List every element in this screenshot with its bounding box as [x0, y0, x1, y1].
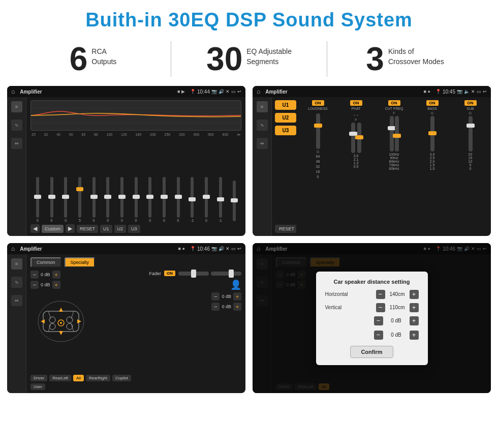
cross-sidebar-icon-3[interactable]: ⇔ [257, 138, 268, 149]
cross-cutfreq-on[interactable]: ON [388, 100, 400, 106]
dialog-db-plus-2[interactable]: + [410, 331, 419, 340]
eq-u1-button[interactable]: U1 [100, 225, 112, 233]
eq-slider-9: 0 [144, 177, 156, 222]
cross-sub-label: SUB [466, 107, 474, 110]
cross-loudness-label: LOUDNESS [308, 107, 328, 110]
cross-cutfreq-slider2[interactable] [395, 116, 399, 152]
dialog-box: Car speaker distance setting Horizontal … [316, 272, 428, 365]
dialog-db-minus-1[interactable]: − [374, 316, 383, 325]
fader-plus-1[interactable]: + [52, 271, 60, 279]
svg-point-9 [49, 317, 55, 323]
cross-bass: ON BASS G 3.02.52.01.51.0 [415, 100, 450, 233]
cross-bass-on[interactable]: ON [426, 100, 439, 106]
cross-sub-on[interactable]: ON [464, 100, 477, 106]
svg-point-3 [38, 301, 84, 342]
cross-u3-button[interactable]: U3 [275, 126, 296, 135]
eq-custom-button[interactable]: Custom [42, 225, 64, 233]
fader-plus-4[interactable]: + [233, 303, 241, 311]
fader-user-button[interactable]: User [30, 383, 45, 390]
cross-u1-button[interactable]: U1 [275, 100, 296, 110]
cross-reset-button[interactable]: RESET [275, 225, 296, 233]
fader-minus-2[interactable]: − [30, 281, 39, 289]
dialog-db-row-2: − 0 dB + [374, 331, 419, 340]
eq-next-button[interactable]: ▶ [66, 224, 75, 233]
fader-minus-3[interactable]: − [211, 292, 220, 301]
cross-cutfreq: ON CUT FREQ F [377, 100, 412, 233]
dialog-confirm-button[interactable]: Confirm [350, 346, 393, 358]
fader-car-diagram [30, 291, 91, 352]
eq-slider-1: 0 [32, 177, 44, 222]
cross-phat-on[interactable]: ON [350, 100, 362, 106]
cross-cutfreq-label: CUT FREQ [385, 107, 403, 110]
back-icon-2[interactable]: ↩ [483, 89, 487, 94]
eq-sidebar-icon-1[interactable]: ≡ [11, 101, 22, 112]
fader-sidebar-icon-1[interactable]: ≡ [11, 258, 22, 270]
fader-tab-specialty[interactable]: Specialty [65, 257, 96, 267]
back-icon-3[interactable]: ↩ [237, 246, 241, 251]
fader-minus-1[interactable]: − [30, 271, 39, 279]
fader-rearleft-button[interactable]: RearLeft [49, 375, 71, 381]
svg-marker-13 [59, 308, 63, 312]
cross-sidebar-icon-1[interactable]: ≡ [257, 101, 268, 112]
dialog-db-minus-2[interactable]: − [374, 331, 383, 340]
status-bar-fader: ⌂ Amplifier ■ ● 📍 10:46 📷 🔊 ✕ ▭ ↩ [7, 243, 245, 254]
dialog-horizontal-minus[interactable]: − [376, 290, 385, 299]
dialog-db-plus-1[interactable]: + [410, 316, 419, 325]
screen-fader: ⌂ Amplifier ■ ● 📍 10:46 📷 🔊 ✕ ▭ ↩ ≡ ∿ ⇔ … [7, 243, 245, 393]
eq-sidebar-icon-3[interactable]: ⇔ [11, 138, 22, 149]
fader-rearright-button[interactable]: RearRight [86, 375, 110, 381]
dialog-horizontal-plus[interactable]: + [410, 290, 419, 299]
eq-sidebar-icon-2[interactable]: ∿ [11, 120, 22, 131]
eq-u2-button[interactable]: U2 [114, 225, 127, 233]
dialog-vertical-row: Vertical − 110cm + [325, 303, 419, 312]
fader-content: Common Specialty − 0 dB + − 0 dB [26, 254, 245, 393]
fader-minus-4[interactable]: − [211, 303, 220, 311]
fader-tab-common[interactable]: Common [30, 257, 61, 267]
eq-slider-6: 0 [102, 177, 114, 222]
fader-time: 10:46 [197, 246, 210, 252]
stat-label-eq: EQ AdjustableSegments [246, 43, 292, 67]
cross-sidebar-icon-2[interactable]: ∿ [257, 120, 268, 131]
fader-sidebar-icon-2[interactable]: ∿ [11, 277, 22, 288]
eq-slider-14: -1 [214, 177, 227, 222]
eq-slider-12: -1 [186, 177, 198, 222]
dialog-horizontal-label: Horizontal [325, 291, 356, 297]
cross-loudness-on[interactable]: ON [312, 100, 324, 106]
eq-prev-button[interactable]: ◀ [30, 224, 40, 233]
fader-sidebar-icon-3[interactable]: ⇔ [11, 295, 22, 306]
screen-eq: ⌂ Amplifier ■ ▶ 📍 10:44 📷 🔊 ✕ ▭ ↩ ≡ ∿ ⇔ [7, 86, 245, 236]
cross-loudness-slider[interactable] [316, 113, 320, 149]
cross-bass-slider[interactable] [430, 116, 434, 152]
fader-slider-h1[interactable] [178, 272, 209, 276]
eq-media-icons: ■ ▶ [177, 89, 185, 94]
eq-u3-button[interactable]: U3 [128, 225, 140, 233]
camera-icon: 📷 [211, 89, 217, 94]
stat-divider-1 [171, 41, 171, 77]
eq-reset-button[interactable]: RESET [77, 225, 98, 233]
screen-dialog: ⌂ Amplifier ■ ● 📍 10:46 📷 🔊 ✕ ▭ ↩ ≡ ∿ ⇔ [253, 243, 491, 393]
eq-main-area: ≡ ∿ ⇔ 2 [7, 97, 245, 236]
fader-all-button[interactable]: All [73, 375, 84, 381]
fader-label: Fader [149, 271, 161, 276]
eq-slider-2: 0 [46, 177, 58, 222]
fader-plus-3[interactable]: + [233, 292, 241, 301]
home-icon-3[interactable]: ⌂ [11, 245, 15, 252]
cross-loudness: ON LOUDNESS G 644832160 [300, 100, 335, 233]
fader-on-button[interactable]: ON [164, 271, 175, 276]
fader-db-row-1: − 0 dB + [30, 271, 145, 279]
fader-driver-button[interactable]: Driver [30, 375, 47, 381]
home-icon-2[interactable]: ⌂ [257, 88, 260, 95]
cross-sub-g-label: G [469, 111, 472, 115]
home-icon[interactable]: ⌂ [11, 88, 15, 95]
stat-rca: 6 RCAOutputs [30, 43, 155, 75]
fader-slider-h2[interactable] [211, 272, 241, 276]
fader-copilot-button[interactable]: Copilot [112, 375, 131, 381]
cross-phat-slider-f[interactable] [357, 123, 361, 153]
dialog-vertical-minus[interactable]: − [376, 303, 385, 312]
cross-phat-slider-g[interactable] [351, 123, 355, 153]
fader-plus-2[interactable]: + [52, 281, 60, 289]
back-icon[interactable]: ↩ [237, 89, 241, 94]
dialog-vertical-plus[interactable]: + [410, 303, 419, 312]
cross-u2-button[interactable]: U2 [275, 113, 296, 123]
cross-sub-slider[interactable] [469, 116, 473, 152]
